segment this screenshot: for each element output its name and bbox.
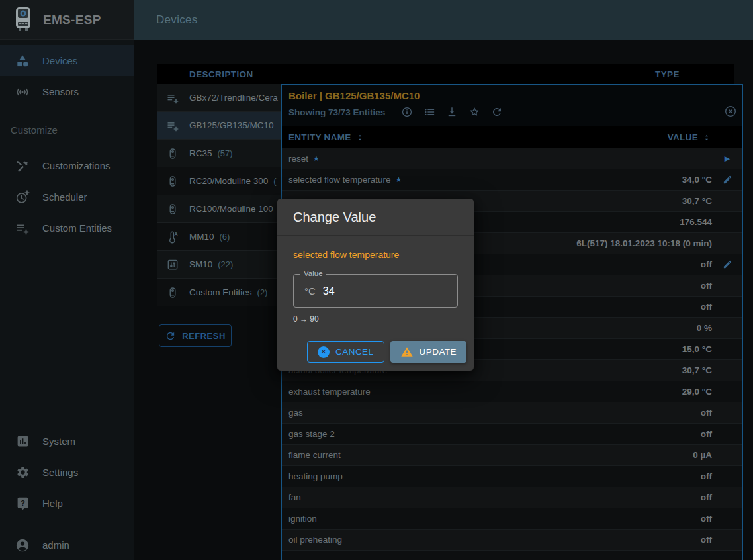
sidebar-item-settings[interactable]: Settings: [0, 457, 134, 488]
sidebar-item-system[interactable]: System: [0, 426, 134, 457]
entity-row[interactable]: gas off: [282, 402, 742, 424]
panel-header: Boiler | GB125/GB135/MC10 Showing 73/73 …: [282, 85, 742, 126]
device-name: Custom Entities: [189, 287, 252, 297]
entity-value: 30,7 °C: [682, 365, 712, 375]
sidebar-item-label: Sensors: [42, 86, 79, 97]
sort-icon[interactable]: [701, 132, 712, 143]
favorite-star-icon: ★: [396, 175, 402, 184]
refresh-button[interactable]: REFRESH: [159, 324, 232, 347]
entity-name: selected flow temperature: [288, 175, 391, 185]
value-input[interactable]: Value °C 34: [293, 274, 458, 308]
app-title: EMS-ESP: [43, 13, 101, 27]
entity-row[interactable]: oil preheating off: [282, 530, 742, 551]
unit-label: °C: [304, 285, 316, 297]
svg-text:A: A: [174, 230, 178, 236]
gear-icon: [15, 465, 30, 479]
entity-value: off: [701, 259, 712, 269]
download-icon[interactable]: [446, 106, 458, 118]
entity-name: gas stage 2: [288, 429, 335, 439]
app-logo-row: EMS-ESP: [0, 0, 134, 40]
device-type-icon: [157, 147, 189, 160]
entity-value: off: [701, 281, 712, 291]
entity-row[interactable]: heating pump off: [282, 466, 742, 487]
sort-icon[interactable]: [355, 132, 365, 143]
info-icon[interactable]: [401, 106, 413, 118]
sidebar-bottom: System Settings ? Help: [0, 426, 134, 560]
entity-name: oil preheating: [288, 535, 342, 545]
entity-row[interactable]: fan off: [282, 487, 742, 508]
dialog-title: Change Value: [277, 199, 474, 236]
entity-row[interactable]: ignition off: [282, 508, 742, 530]
username-label: admin: [42, 539, 69, 551]
sidebar-item-custom-entities[interactable]: Custom Entities: [0, 212, 134, 244]
entity-name: reset: [288, 154, 308, 163]
update-button[interactable]: UPDATE: [390, 341, 466, 363]
column-description[interactable]: DESCRIPTION: [157, 70, 253, 79]
construction-icon: [15, 159, 30, 173]
cancel-button[interactable]: ✕ CANCEL: [307, 341, 384, 363]
sidebar-item-sensors[interactable]: Sensors: [0, 76, 134, 107]
value-text: 34: [323, 285, 335, 297]
sidebar-item-help[interactable]: ? Help: [0, 488, 134, 519]
entity-row[interactable]: [282, 551, 742, 560]
value-field-label: Value: [300, 269, 326, 277]
sidebar-item-label: Custom Entities: [42, 222, 112, 234]
device-name: SM10: [189, 259, 212, 269]
entity-value: 29,0 °C: [682, 387, 712, 397]
device-entity-count: (: [273, 176, 276, 186]
entity-row[interactable]: reset ★ ▶: [282, 148, 742, 169]
value-range-hint: 0 → 90: [293, 314, 458, 324]
entity-value: 15,0 °C: [682, 344, 712, 354]
entity-value: off: [701, 535, 712, 545]
sidebar: EMS-ESP Devices Sensors Cu: [0, 0, 134, 560]
entity-value: 30,7 °C: [682, 196, 712, 206]
devices-table-header: DESCRIPTION TYPE: [157, 64, 734, 84]
device-type-icon: [157, 286, 189, 299]
device-name: MM10: [189, 232, 214, 242]
entity-table-header: ENTITY NAME VALUE: [282, 126, 742, 148]
device-name: GBx72/Trendline/Cera: [189, 93, 278, 103]
entity-value: off: [701, 429, 712, 439]
sidebar-user[interactable]: admin: [0, 530, 134, 560]
playlist-add-icon: [15, 221, 30, 236]
help-icon: ?: [15, 496, 30, 510]
sidebar-item-devices[interactable]: Devices: [0, 45, 134, 76]
star-icon[interactable]: [468, 106, 480, 118]
device-name: GB125/GB135/MC10: [189, 120, 274, 130]
close-icon[interactable]: [724, 105, 737, 118]
entity-name: gas: [288, 408, 303, 418]
sidebar-item-customizations[interactable]: Customizations: [0, 150, 134, 181]
entity-value: off: [701, 492, 712, 502]
list-icon[interactable]: [423, 106, 435, 118]
entity-row[interactable]: flame current 0 µA: [282, 445, 742, 466]
entity-row[interactable]: gas stage 2 off: [282, 424, 742, 445]
entity-row[interactable]: selected flow temperature ★ 34,0 °C: [282, 169, 742, 191]
device-name: RC100/Moduline 100: [189, 204, 273, 214]
device-type-icon: [157, 258, 189, 271]
edit-icon[interactable]: [712, 259, 742, 269]
account-circle-icon: [15, 538, 30, 553]
column-entity-name[interactable]: ENTITY NAME: [288, 132, 351, 142]
svg-text:?: ?: [21, 499, 25, 507]
device-name: RC35: [189, 148, 212, 158]
column-value[interactable]: VALUE: [668, 132, 698, 142]
device-type-icon: [157, 175, 189, 188]
device-type-icon: [157, 119, 189, 132]
sidebar-item-label: Customizations: [42, 160, 111, 171]
device-type-icon: [157, 203, 189, 216]
edit-icon[interactable]: [712, 175, 742, 185]
execute-icon[interactable]: ▶: [725, 154, 730, 163]
sidebar-item-label: Devices: [42, 55, 77, 66]
refresh-icon[interactable]: [491, 106, 503, 118]
column-type[interactable]: TYPE: [655, 70, 680, 79]
entity-value: 176.544: [680, 217, 712, 227]
entity-action[interactable]: ▶: [712, 154, 742, 163]
boiler-logo-icon: [13, 6, 33, 34]
topbar: Devices: [134, 0, 753, 40]
sensors-icon: [15, 85, 30, 99]
entity-row[interactable]: exhaust temperature 29,0 °C: [282, 381, 742, 402]
device-type-icon: A: [157, 230, 189, 244]
panel-title: Boiler | GB125/GB135/MC10: [288, 90, 736, 101]
device-entity-count: (2): [257, 287, 268, 297]
sidebar-item-scheduler[interactable]: Scheduler: [0, 181, 134, 212]
